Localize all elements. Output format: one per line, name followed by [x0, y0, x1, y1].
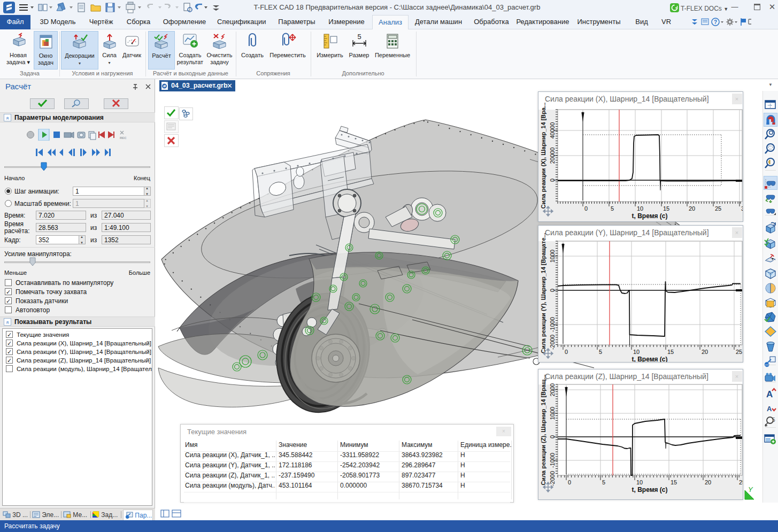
svg-text:0: 0: [549, 289, 556, 292]
svg-text:A: A: [767, 405, 772, 413]
svg-text:0: 0: [565, 349, 568, 355]
svg-text:5: 5: [599, 349, 602, 355]
svg-text:-1000: -1000: [549, 453, 556, 468]
svg-text:30: 30: [741, 205, 743, 212]
svg-text:Сила реакции (Y), Шарнир_14 [В: Сила реакции (Y), Шарнир_14 [Вращательны…: [545, 228, 709, 237]
svg-text:20000: 20000: [549, 148, 556, 164]
svg-text:-2000: -2000: [549, 471, 556, 486]
svg-text:Сила реакции (X), Шарнир_14 [В: Сила реакции (X), Шарнир_14 [Вра...: [540, 103, 546, 209]
svg-text:25: 25: [739, 479, 743, 485]
svg-text:10: 10: [636, 479, 643, 485]
svg-text:Y: Y: [748, 485, 753, 494]
svg-text:20: 20: [705, 479, 711, 485]
svg-text:1000: 1000: [549, 407, 556, 420]
svg-text:5: 5: [602, 479, 605, 485]
svg-text:Сила реакции (Z), Шарнир_14 [В: Сила реакции (Z), Шарнир_14 [Вращательны…: [545, 372, 708, 381]
svg-text:×: ×: [735, 229, 738, 236]
svg-text:t, Время (с): t, Время (с): [631, 356, 667, 362]
svg-text:?: ?: [714, 19, 717, 25]
svg-text:×: ×: [735, 96, 738, 102]
svg-text:0: 0: [584, 205, 588, 212]
svg-text:REC: REC: [120, 136, 127, 140]
svg-text:10: 10: [633, 349, 640, 355]
svg-text:15: 15: [671, 479, 677, 485]
svg-text:25: 25: [715, 205, 721, 212]
svg-text:-1000: -1000: [549, 317, 556, 332]
svg-text:Сила реакции (Z), Шарнир_14 [В: Сила реакции (Z), Шарнир_14 [Вращ...: [540, 374, 546, 485]
svg-text:Сила реакции (X), Шарнир_14 [В: Сила реакции (X), Шарнир_14 [Вращательны…: [545, 95, 709, 103]
svg-text:×: ×: [735, 373, 738, 380]
svg-text:20: 20: [689, 205, 695, 212]
svg-text:0: 0: [568, 479, 571, 485]
svg-text:t, Время (с): t, Время (с): [631, 486, 667, 494]
svg-text:10: 10: [637, 205, 643, 212]
svg-text:Сила реакции (Y), Шарнир_14 [В: Сила реакции (Y), Шарнир_14 [Вращате...: [540, 233, 546, 353]
svg-text:5: 5: [772, 417, 775, 423]
svg-text:5: 5: [611, 205, 614, 212]
svg-text:15: 15: [663, 205, 669, 212]
svg-text:-2000: -2000: [549, 335, 556, 350]
svg-text:20: 20: [702, 349, 708, 355]
svg-text:1000: 1000: [549, 250, 556, 263]
svg-text:0: 0: [549, 179, 556, 182]
svg-text:15: 15: [667, 349, 674, 355]
svg-text:40000: 40000: [549, 122, 556, 139]
svg-text:t, Время (с): t, Время (с): [631, 212, 667, 220]
svg-text:A: A: [766, 389, 773, 399]
svg-text:0: 0: [549, 435, 556, 438]
svg-text:2000: 2000: [549, 383, 556, 396]
svg-text:5: 5: [357, 33, 361, 41]
svg-text:25: 25: [736, 349, 742, 355]
